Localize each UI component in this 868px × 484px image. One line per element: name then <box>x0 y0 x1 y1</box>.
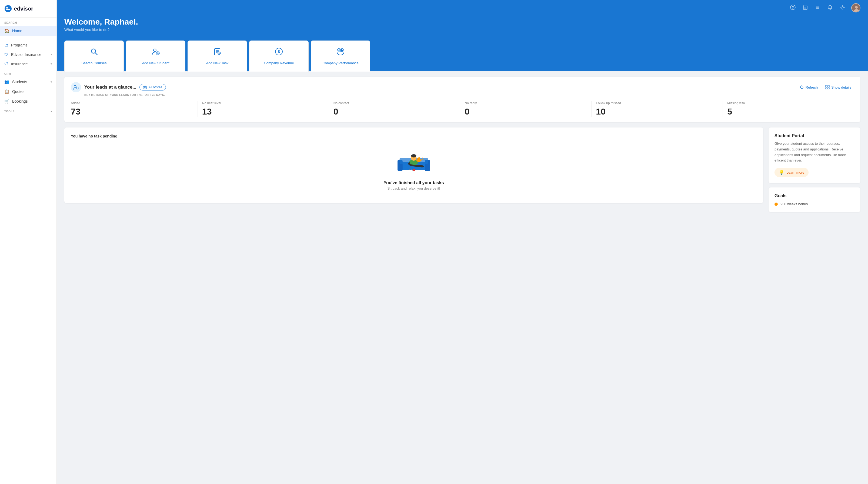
svg-rect-6 <box>805 7 805 7</box>
add-student-icon <box>151 47 160 58</box>
quick-card-company-performance[interactable]: Company Performance <box>311 40 370 72</box>
metric-added-label: Added <box>71 101 193 105</box>
metric-no-contact-label: No contact <box>334 101 456 105</box>
sidebar-item-home[interactable]: 🏠 Home <box>0 26 57 36</box>
svg-rect-41 <box>828 85 829 87</box>
sidebar: edvisor SEARCH 🏠 Home 🗂 Programs 🛡 Edvis… <box>0 0 57 484</box>
leads-title: Your leads at a glance... <box>84 85 136 90</box>
goals-title: Goals <box>775 193 855 198</box>
goal-item: 250 weeks bonus <box>775 202 855 206</box>
svg-rect-36 <box>143 87 147 89</box>
svg-rect-43 <box>828 88 829 89</box>
metric-added-value: 73 <box>71 107 193 117</box>
sidebar-item-quotes[interactable]: 📋 Quotes <box>0 87 57 96</box>
bottom-section: You have no task pending <box>64 127 861 212</box>
svg-text:?: ? <box>792 5 794 9</box>
portal-title: Student Portal <box>775 133 855 138</box>
welcome-section: Welcome, Raphael. What would you like to… <box>57 12 868 39</box>
header-top-bar: ? <box>57 0 868 12</box>
learn-more-icon: 💡 <box>779 170 784 175</box>
quick-card-add-task[interactable]: Add New Task <box>188 40 247 72</box>
welcome-subtitle: What would you like to do? <box>64 28 861 32</box>
tools-chevron-icon: ▾ <box>51 110 52 113</box>
tools-section-label[interactable]: TOOLS ▾ <box>0 106 57 115</box>
quotes-icon: 📋 <box>4 89 9 94</box>
settings-button[interactable] <box>839 3 846 12</box>
refresh-button[interactable]: Refresh <box>797 84 821 91</box>
sidebar-item-bookings[interactable]: 🛒 Bookings <box>0 96 57 106</box>
svg-rect-7 <box>806 7 806 7</box>
welcome-title: Welcome, Raphael. <box>64 17 861 27</box>
search-courses-icon <box>90 47 98 58</box>
show-details-label: Show details <box>831 85 851 89</box>
svg-rect-38 <box>144 87 145 88</box>
bookings-icon: 🛒 <box>4 99 9 104</box>
svg-point-14 <box>842 6 843 8</box>
quotes-label: Quotes <box>12 89 24 94</box>
metric-follow-up: Follow up missed 10 <box>592 101 723 117</box>
metric-no-reply: No reply 0 <box>460 101 592 117</box>
sidebar-item-insurance[interactable]: 🛡 Insurance ▾ <box>0 59 57 69</box>
divider-1 <box>0 38 57 38</box>
metric-missing-visa: Missing visa 5 <box>723 101 854 117</box>
portal-description: Give your student access to their course… <box>775 141 855 163</box>
tasks-empty-subtitle: Sit back and relax, you deserve it! <box>387 186 440 190</box>
svg-point-34 <box>74 85 76 88</box>
company-performance-label: Company Performance <box>322 61 359 65</box>
help-button[interactable]: ? <box>789 3 797 12</box>
tasks-card: You have no task pending <box>64 127 763 203</box>
insurance-icon: 🛡 <box>4 62 8 66</box>
quick-card-search-courses[interactable]: Search Courses <box>64 40 124 72</box>
quick-actions-row: Search Courses Add New Student <box>57 40 868 72</box>
add-task-icon <box>213 47 222 58</box>
company-revenue-icon: $ <box>275 47 283 58</box>
svg-rect-2 <box>6 9 10 10</box>
svg-point-16 <box>855 6 858 9</box>
svg-point-35 <box>76 87 79 89</box>
tasks-empty-illustration: You've finished all your tasks Sit back … <box>71 144 757 197</box>
metric-added: Added 73 <box>71 101 198 117</box>
svg-rect-40 <box>826 85 827 87</box>
sidebar-item-students[interactable]: 👥 Students ▾ <box>0 77 57 87</box>
sidebar-item-edvisor-insurance[interactable]: 🛡 Edvisor Insurance ▾ <box>0 50 57 59</box>
metric-no-heat-label: No heat level <box>202 101 324 105</box>
quick-card-company-revenue[interactable]: $ Company Revenue <box>249 40 309 72</box>
metric-no-contact: No contact 0 <box>329 101 461 117</box>
leads-title-group: Your leads at a glance... All offices <box>71 82 166 92</box>
edvisor-insurance-label: Edvisor Insurance <box>11 53 41 57</box>
svg-point-1 <box>6 7 8 9</box>
all-offices-button[interactable]: All offices <box>140 84 166 91</box>
add-student-label: Add New Student <box>142 61 169 65</box>
quick-card-add-student[interactable]: Add New Student <box>126 40 185 72</box>
leads-header: Your leads at a glance... All offices <box>71 82 854 92</box>
logo: edvisor <box>0 0 57 18</box>
svg-rect-5 <box>803 6 807 9</box>
notifications-button[interactable] <box>826 3 834 12</box>
learn-more-button[interactable]: 💡 Learn more <box>775 168 809 177</box>
building-button[interactable] <box>802 3 809 12</box>
add-task-label: Add New Task <box>206 61 228 65</box>
students-label: Students <box>12 80 27 84</box>
sidebar-home-label: Home <box>12 29 22 33</box>
home-icon: 🏠 <box>4 28 9 33</box>
tools-label: TOOLS <box>4 110 14 113</box>
user-avatar[interactable] <box>851 3 861 12</box>
show-details-button[interactable]: Show details <box>823 84 854 91</box>
goal-dot-icon <box>775 202 778 206</box>
metric-missing-visa-value: 5 <box>727 107 849 117</box>
metric-follow-up-label: Follow up missed <box>596 101 718 105</box>
tasks-pending-title: You have no task pending <box>71 134 117 138</box>
svg-rect-37 <box>144 86 146 87</box>
students-icon: 👥 <box>4 79 9 84</box>
svg-rect-9 <box>806 8 806 9</box>
metric-follow-up-value: 10 <box>596 107 718 117</box>
header-banner: ? <box>57 0 868 71</box>
sidebar-item-programs[interactable]: 🗂 Programs <box>0 40 57 50</box>
chevron-students-icon: ▾ <box>51 80 52 84</box>
svg-point-56 <box>413 169 415 171</box>
svg-point-51 <box>420 165 424 167</box>
svg-rect-8 <box>805 8 805 9</box>
goal-label: 250 weeks bonus <box>780 202 808 206</box>
list-button[interactable] <box>814 3 822 12</box>
svg-point-20 <box>154 49 156 52</box>
